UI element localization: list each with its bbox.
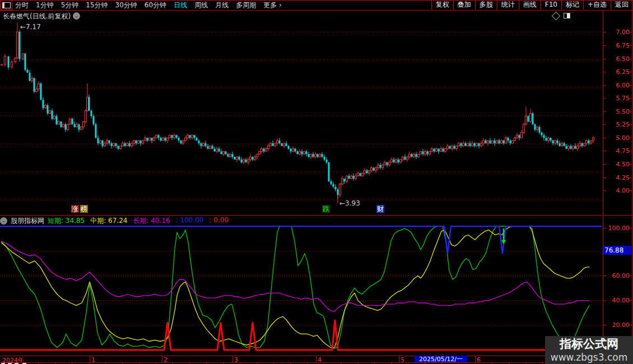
price-tick-label: 5.00 bbox=[604, 134, 630, 142]
legend-item: : 0.00 bbox=[210, 216, 229, 226]
period-tab-60分钟[interactable]: 60分钟 bbox=[145, 1, 166, 10]
toolbar-button-统计[interactable]: 统计 bbox=[497, 0, 519, 10]
axis-tick bbox=[603, 178, 606, 178]
axis-tick bbox=[603, 111, 606, 112]
zhang-badge: 涨 bbox=[71, 205, 79, 213]
toolbar-button-画线[interactable]: 画线 bbox=[519, 0, 541, 10]
axis-tick bbox=[603, 276, 606, 276]
panel-toggle-icon[interactable] bbox=[0, 0, 12, 10]
axis-tick bbox=[629, 45, 632, 46]
toolbar: 分时1分钟5分钟15分钟30分钟60分钟日线周线月线多周期更多 › 复权叠加多股… bbox=[0, 0, 633, 10]
axis-tick bbox=[629, 300, 632, 301]
title-bar: 长春燃气(日线.前复权) ⌄ bbox=[0, 11, 603, 21]
axis-tick bbox=[629, 111, 632, 112]
axis-tick bbox=[629, 228, 632, 228]
legend-item: : 100.00 bbox=[176, 216, 204, 226]
period-tab-5分钟[interactable]: 5分钟 bbox=[61, 1, 79, 10]
toolbar-button-叠加[interactable]: 叠加 bbox=[453, 0, 475, 10]
axis-tick bbox=[629, 85, 632, 86]
candlestick-chart[interactable] bbox=[0, 21, 603, 216]
diamond-icon[interactable] bbox=[552, 12, 561, 21]
indicator-tick-label: 100.00 bbox=[604, 225, 630, 232]
axis-tick bbox=[603, 124, 606, 125]
chart-title: 长春燃气(日线.前复权) bbox=[3, 12, 71, 21]
toolbar-button-+自选[interactable]: +自选 bbox=[583, 0, 611, 10]
axis-tick bbox=[603, 190, 606, 191]
axis-tick bbox=[603, 72, 606, 72]
watermark-title: 指标公式网 bbox=[545, 336, 633, 352]
period-tab-日线[interactable]: 日线 bbox=[174, 1, 187, 10]
price-tick-label: 5.75 bbox=[604, 95, 630, 102]
price-tick-label: 6.00 bbox=[604, 82, 630, 89]
high-annotation: ←7.17 bbox=[20, 23, 41, 31]
axis-tick bbox=[629, 190, 632, 191]
indicator-header: ⌄ 股朋指标网 短期: 34.85中期: 67.24长期: 40.16: 100… bbox=[0, 216, 599, 225]
indicator-tick-label: 20.00 bbox=[604, 321, 630, 329]
period-tab-1分钟[interactable]: 1分钟 bbox=[36, 1, 54, 10]
price-tick-label: 7.00 bbox=[604, 29, 630, 36]
axis-tick bbox=[629, 138, 632, 138]
period-tab-分时[interactable]: 分时 bbox=[15, 1, 29, 10]
axis-tick bbox=[603, 300, 606, 301]
axis-tick bbox=[629, 124, 632, 125]
axis-tick bbox=[629, 32, 632, 32]
axis-tick bbox=[629, 164, 632, 165]
price-tick-label: 4.00 bbox=[604, 187, 630, 194]
chevron-down-icon[interactable]: ⌄ bbox=[0, 217, 7, 225]
axis-tick bbox=[603, 59, 606, 59]
axis-tick bbox=[603, 45, 606, 46]
indicator-source[interactable]: 股朋指标网 bbox=[11, 216, 44, 226]
price-tick-label: 5.25 bbox=[604, 121, 630, 128]
price-tick-label: 6.75 bbox=[604, 42, 630, 49]
indicator-tick-label: 40.00 bbox=[604, 297, 630, 304]
period-tab-周线[interactable]: 周线 bbox=[194, 1, 208, 10]
axis-tick bbox=[603, 32, 606, 32]
die-badge: 跌 bbox=[322, 205, 330, 213]
period-tab-月线[interactable]: 月线 bbox=[215, 1, 229, 10]
watermark-url: www.zbgs3.com bbox=[545, 352, 633, 363]
toolbar-button-F10[interactable]: F10 bbox=[541, 0, 561, 10]
axis-tick bbox=[603, 151, 606, 151]
indicator-tick-label: 60.00 bbox=[604, 272, 630, 279]
toolbar-button-复权[interactable]: 复权 bbox=[431, 0, 453, 10]
period-tab-15分钟[interactable]: 15分钟 bbox=[86, 1, 108, 10]
axis-tick bbox=[603, 228, 606, 228]
toolbar-button-多股[interactable]: 多股 bbox=[475, 0, 497, 10]
legend-item: 长期: 40.16 bbox=[133, 216, 170, 226]
chevron-down-icon[interactable]: ⌄ bbox=[73, 12, 80, 20]
axis-tick bbox=[603, 98, 606, 99]
cai-badge: 财 bbox=[376, 205, 384, 213]
bang-badge: 榜 bbox=[80, 205, 88, 213]
price-tick-label: 4.75 bbox=[604, 147, 630, 155]
legend-item: 短期: 34.85 bbox=[48, 216, 85, 226]
price-tick-label: 6.25 bbox=[604, 68, 630, 76]
indicator-legend: 短期: 34.85中期: 67.24长期: 40.16: 100.00: 0.0… bbox=[48, 216, 229, 226]
toolbar-button-标记[interactable]: 标记 bbox=[561, 0, 583, 10]
window-right-border bbox=[632, 0, 632, 364]
split-pane-icon bbox=[2, 2, 11, 8]
toolbar-button-返回[interactable]: 返回 bbox=[611, 0, 632, 10]
period-tab-30分钟[interactable]: 30分钟 bbox=[115, 1, 137, 10]
axis-tick bbox=[629, 325, 632, 325]
low-annotation: ←3.93 bbox=[339, 199, 360, 207]
axis-tick bbox=[629, 151, 632, 151]
axis-tick bbox=[603, 325, 606, 325]
axis-tick bbox=[603, 138, 606, 138]
axis-tick bbox=[603, 85, 606, 86]
price-tick-label: 4.25 bbox=[604, 174, 630, 181]
current-value-badge: 76.88 bbox=[603, 246, 631, 255]
indicator-chart[interactable] bbox=[0, 226, 603, 356]
price-tick-label: 4.50 bbox=[604, 161, 630, 168]
layout-icon[interactable] bbox=[564, 13, 570, 18]
price-tick-label: 5.50 bbox=[604, 108, 630, 115]
axis-tick bbox=[629, 59, 632, 59]
axis-tick bbox=[629, 72, 632, 72]
axis-tick bbox=[629, 98, 632, 99]
axis-tick bbox=[629, 276, 632, 276]
period-tab-更多 ›[interactable]: 更多 › bbox=[263, 1, 282, 10]
toolbar-actions: 复权叠加多股统计画线F10标记+自选返回 bbox=[431, 0, 632, 10]
trading-app-window: 分时1分钟5分钟15分钟30分钟60分钟日线周线月线多周期更多 › 复权叠加多股… bbox=[0, 0, 633, 364]
period-tab-多周期[interactable]: 多周期 bbox=[236, 1, 256, 10]
axis-left-border bbox=[603, 11, 603, 363]
legend-item: 中期: 67.24 bbox=[90, 216, 127, 226]
